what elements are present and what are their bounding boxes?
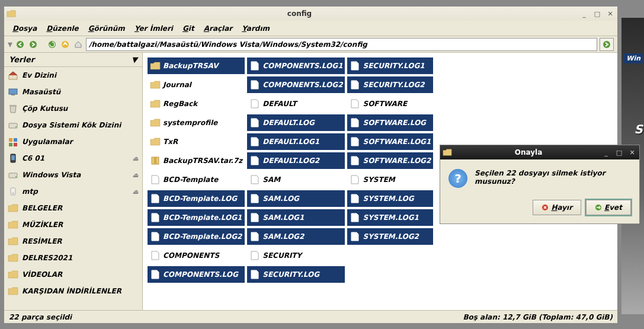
file-item[interactable]: SECURITY.LOG — [247, 266, 345, 283]
file-item[interactable]: BCD-Template — [148, 171, 245, 188]
file-item[interactable]: COMPONENTS.LOG — [148, 266, 245, 283]
menu-go[interactable]: Git — [179, 23, 198, 34]
file-label: SOFTWARE.LOG1 — [363, 138, 431, 146]
file-label: BCD-Template — [163, 175, 218, 184]
file-item[interactable]: DEFAULT — [247, 95, 345, 112]
sidebar-item-docs[interactable]: BELGELER — [4, 200, 142, 216]
file-item[interactable]: SAM.LOG — [247, 190, 345, 207]
maximize-button[interactable]: □ — [592, 10, 602, 18]
sidebar-item-c601[interactable]: C6 01⏏ — [4, 150, 142, 167]
eject-icon[interactable]: ⏏ — [133, 188, 139, 196]
page-icon — [150, 232, 161, 241]
no-button[interactable]: Hayır — [533, 200, 581, 215]
file-item[interactable]: COMPONENTS.LOG2 — [247, 76, 345, 93]
eject-icon[interactable]: ⏏ — [133, 171, 139, 179]
dialog-maximize-button[interactable]: □ — [614, 149, 624, 156]
file-item[interactable]: systemprofile — [148, 114, 245, 131]
sidebar-item-videos[interactable]: VİDEOLAR — [4, 266, 142, 283]
file-item[interactable]: SOFTWARE.LOG1 — [347, 133, 433, 150]
drive-icon — [8, 120, 18, 130]
file-item[interactable]: SYSTEM.LOG — [347, 190, 433, 207]
sidebar-item-delres[interactable]: DELRES2021 — [4, 250, 142, 266]
reload-button[interactable] — [47, 39, 57, 50]
file-item[interactable]: BCD-Template.LOG1 — [148, 209, 245, 226]
sidebar-item-label: VİDEOLAR — [22, 270, 62, 279]
file-item[interactable]: TxR — [148, 133, 245, 150]
phone-icon — [8, 154, 18, 163]
file-item[interactable]: SAM — [247, 171, 345, 188]
sidebar-item-home[interactable]: Ev Dizini — [4, 67, 142, 84]
sidebar-item-pics[interactable]: RESİMLER — [4, 233, 142, 250]
titlebar[interactable]: config _ □ ✕ — [4, 7, 617, 21]
menu-view[interactable]: Görünüm — [85, 23, 129, 34]
sidebar-item-desktop[interactable]: Masaüstü — [4, 84, 142, 100]
yes-button[interactable]: Evet — [586, 200, 631, 215]
sidebar-item-fsroot[interactable]: Dosya Sistemi Kök Dizini — [4, 117, 142, 133]
folder-icon — [150, 118, 161, 127]
file-item[interactable]: SOFTWARE.LOG2 — [347, 152, 433, 169]
folder-icon — [8, 220, 18, 229]
home-button[interactable] — [73, 39, 84, 50]
file-item[interactable]: SYSTEM — [347, 171, 433, 188]
svg-rect-11 — [14, 138, 17, 142]
file-label: SECURITY.LOG1 — [363, 62, 424, 70]
file-label: SYSTEM.LOG — [363, 194, 414, 203]
sidebar-item-label: mtp — [22, 187, 38, 196]
close-button[interactable]: ✕ — [605, 10, 615, 18]
eject-icon[interactable]: ⏏ — [133, 155, 139, 162]
svg-point-9 — [15, 126, 17, 127]
dialog-minimize-button[interactable]: _ — [601, 149, 611, 156]
file-item[interactable]: SECURITY — [247, 247, 345, 264]
forward-button[interactable] — [28, 39, 39, 50]
menu-file[interactable]: Dosya — [9, 23, 40, 34]
address-bar[interactable]: /home/battalgazi/Masaüstü/Windows Vista/… — [86, 38, 597, 51]
file-item[interactable]: COMPONENTS.LOG1 — [247, 58, 345, 74]
menu-tools[interactable]: Araçlar — [200, 23, 236, 34]
page-icon — [249, 213, 260, 222]
menu-bookmarks[interactable]: Yer İmleri — [131, 23, 177, 34]
sidebar-item-label: MÜZİKLER — [22, 221, 63, 229]
file-item[interactable]: SOFTWARE — [347, 95, 433, 112]
file-label: systemprofile — [163, 119, 217, 127]
sidebar-item-vista[interactable]: Windows Vista⏏ — [4, 167, 142, 183]
minimize-button[interactable]: _ — [579, 10, 589, 18]
go-button[interactable] — [600, 38, 614, 51]
bg-text: S — [635, 122, 643, 136]
file-item[interactable]: COMPONENTS — [148, 247, 245, 264]
file-item[interactable]: SAM.LOG1 — [247, 209, 345, 226]
dialog-titlebar[interactable]: Onayla _ □ ✕ — [440, 145, 639, 159]
file-item[interactable]: SECURITY.LOG1 — [347, 58, 433, 74]
menu-help[interactable]: Yardım — [238, 23, 273, 34]
file-item[interactable]: BCD-Template.LOG2 — [148, 228, 245, 245]
file-item[interactable]: SYSTEM.LOG2 — [347, 228, 433, 245]
sidebar-item-trash[interactable]: Çöp Kutusu — [4, 100, 142, 117]
file-item[interactable]: BackupTRSAV — [148, 58, 245, 74]
sidebar-item-label: Uygulamalar — [22, 138, 73, 146]
file-label: SYSTEM.LOG1 — [363, 213, 418, 222]
sidebar-item-mtp[interactable]: mtp⏏ — [4, 183, 142, 200]
sidebar-item-apps[interactable]: Uygulamalar — [4, 133, 142, 150]
menu-edit[interactable]: Düzenle — [43, 23, 82, 34]
file-item[interactable]: SYSTEM.LOG1 — [347, 209, 433, 226]
up-button[interactable] — [60, 39, 71, 50]
back-button[interactable] — [15, 39, 25, 50]
file-item[interactable]: Journal — [148, 76, 245, 93]
file-label: BackupTRSAV — [163, 62, 218, 70]
sidebar-header[interactable]: Yerler ▼ — [4, 53, 142, 67]
file-item[interactable]: DEFAULT.LOG — [247, 114, 345, 131]
sidebar-item-downloads[interactable]: KARŞIDAN İNDİRİLENLER — [4, 283, 142, 299]
file-item[interactable]: SECURITY.LOG2 — [347, 76, 433, 93]
file-item[interactable]: BackupTRSAV.tar.7z — [148, 152, 245, 169]
file-item[interactable]: RegBack — [148, 95, 245, 112]
sidebar-item-music[interactable]: MÜZİKLER — [4, 216, 142, 233]
page-icon — [350, 194, 360, 203]
file-item[interactable]: DEFAULT.LOG1 — [247, 133, 345, 150]
sidebar-item-label: Dosya Sistemi Kök Dizini — [22, 121, 121, 129]
sidebar-item-label: Ev Dizini — [22, 71, 56, 79]
file-label: SAM.LOG1 — [262, 213, 304, 222]
file-item[interactable]: DEFAULT.LOG2 — [247, 152, 345, 169]
file-item[interactable]: SOFTWARE.LOG — [347, 114, 433, 131]
file-item[interactable]: SAM.LOG2 — [247, 228, 345, 245]
dialog-close-button[interactable]: ✕ — [627, 149, 637, 156]
file-item[interactable]: BCD-Template.LOG — [148, 190, 245, 207]
